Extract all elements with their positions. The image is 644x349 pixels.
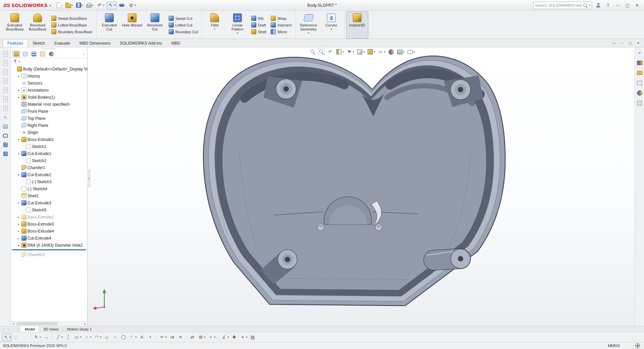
tab-mbd[interactable]: MBD: [167, 39, 185, 47]
trim-entities-button[interactable]: ✂▾: [158, 333, 168, 341]
undo-button[interactable]: ↶▾: [95, 1, 106, 9]
panel-splitter[interactable]: [11, 47, 87, 50]
dynamic-annotation-views-button[interactable]: ⚑▾: [345, 48, 355, 55]
layers-pane-button[interactable]: [2, 123, 9, 130]
tree-expand-arrow[interactable]: ▸: [17, 89, 20, 92]
tree-item-boss-extrude4[interactable]: ▸Boss-Extrude4: [11, 228, 87, 235]
reference-geometry-button[interactable]: Reference Geometry▾: [298, 11, 320, 39]
tree-item-annotations[interactable]: ▸AAnnotations: [11, 87, 87, 94]
point-button[interactable]: •: [146, 333, 154, 341]
open-button[interactable]: ▾: [64, 1, 74, 9]
tree-expand-arrow[interactable]: ▸: [17, 237, 20, 240]
document-sheet-button[interactable]: [2, 60, 9, 66]
quick-snaps-button[interactable]: ⌖▾: [238, 333, 248, 341]
view-orientation-button[interactable]: ▾: [356, 48, 365, 55]
file-explorer-button[interactable]: [636, 69, 643, 76]
configurationmanager-tab-button[interactable]: [30, 51, 38, 57]
document-sheet-button[interactable]: [2, 105, 9, 112]
draft-button[interactable]: Draft: [250, 22, 267, 28]
window-restore-button[interactable]: ▢: [627, 40, 634, 46]
tree-item-boss-extrude3[interactable]: ▸Boss-Extrude3: [11, 220, 87, 228]
display-pane-button[interactable]: [2, 132, 9, 139]
window-close-button[interactable]: ✕: [635, 40, 642, 46]
zoom-area-button[interactable]: [318, 48, 325, 55]
tree-item-shell1[interactable]: Shell1: [11, 192, 87, 199]
swept-cut-button[interactable]: Swept Cut: [167, 15, 199, 21]
tree-item-cut-extrude4[interactable]: ▸Cut-Extrude4: [11, 235, 87, 242]
user-button[interactable]: [593, 1, 603, 10]
scroll-last-button[interactable]: »: [16, 326, 21, 332]
window-minimize-button[interactable]: ─: [619, 40, 626, 46]
scroll-left-button[interactable]: ◂: [11, 321, 16, 326]
tree-expand-arrow[interactable]: ▾: [17, 138, 20, 141]
tree-item-top-plane[interactable]: Top Plane: [11, 115, 87, 122]
design-library-button[interactable]: [636, 59, 643, 66]
grid-pane-button[interactable]: [2, 150, 9, 157]
linear-pattern-button[interactable]: Linear Pattern▾: [226, 11, 249, 39]
corner-rectangle-button[interactable]: ▭▾: [72, 333, 82, 341]
tree-expand-arrow[interactable]: ▾: [17, 201, 20, 205]
tree-item-history[interactable]: ▸◔History: [11, 72, 87, 80]
tree-item-chamfer2[interactable]: Chamfer2: [11, 251, 87, 258]
previous-view-button[interactable]: ↶: [326, 48, 334, 55]
tree-expand-arrow[interactable]: ▾: [17, 152, 20, 155]
task-pane-collapse-button[interactable]: «: [636, 49, 643, 56]
custom-properties-button[interactable]: [636, 100, 643, 106]
tree-expand-arrow[interactable]: ▸: [17, 244, 20, 247]
tree-expand-arrow[interactable]: ▸: [17, 96, 20, 99]
line-button[interactable]: ╱▾: [54, 333, 64, 341]
tree-item-origin[interactable]: +Origin: [11, 129, 87, 136]
options-gear-button[interactable]: ⚙▾: [127, 1, 137, 9]
select-button[interactable]: ↖▾: [2, 333, 12, 341]
tree-item-body-default-default-display-sta[interactable]: Body (Default<<Default>_Display Sta: [11, 65, 87, 72]
convert-entities-button[interactable]: ⇉: [168, 333, 176, 341]
display-delete-relations-button[interactable]: ∠▾: [220, 333, 230, 341]
tree-item-front-plane[interactable]: Front Plane: [11, 108, 87, 115]
tree-horizontal-scrollbar[interactable]: ◂ ▸: [11, 321, 87, 326]
document-sheet-button[interactable]: [2, 51, 9, 57]
curves-button[interactable]: Curves▾: [320, 11, 342, 39]
expand-pane-button[interactable]: ›: [82, 52, 86, 56]
units-selector[interactable]: MMGS: [608, 344, 620, 348]
centerline-button[interactable]: ┆: [64, 333, 72, 341]
tree-expand-arrow[interactable]: ▸: [17, 215, 20, 219]
hole-wizard-button[interactable]: Hole Wizard: [121, 11, 143, 39]
intersect-button[interactable]: Intersect: [269, 22, 293, 28]
tree-expand-arrow[interactable]: ▾: [17, 173, 20, 177]
smart-dimension-button[interactable]: ↔: [42, 333, 50, 341]
text-button[interactable]: A: [138, 333, 146, 341]
document-sheet-button[interactable]: [2, 96, 9, 103]
circle-button[interactable]: ○▾: [83, 333, 92, 341]
rib-button[interactable]: Rib: [250, 15, 267, 21]
tree-item-solid-bodies-1[interactable]: ▸▣Solid Bodies(1): [11, 94, 87, 101]
save-button[interactable]: ▾: [75, 1, 84, 9]
box-select-button[interactable]: ▢: [12, 333, 20, 341]
restore-button[interactable]: ▢: [623, 1, 632, 10]
scroll-prev-button[interactable]: ‹: [6, 326, 11, 332]
tree-item-cut-extrude3[interactable]: ▾Cut-Extrude3: [11, 199, 87, 206]
ellipse-button[interactable]: ◯: [119, 333, 127, 341]
boss-bottom-right[interactable]: [423, 248, 471, 270]
help-button[interactable]: ?: [603, 1, 613, 10]
panel-collapse-handle[interactable]: ◂: [87, 170, 90, 187]
scrollbar-track[interactable]: [16, 321, 83, 326]
zoom-fit-button[interactable]: [309, 48, 317, 55]
mirror-entities-button[interactable]: ⇄: [188, 333, 196, 341]
document-sheet-button[interactable]: [2, 87, 9, 94]
tree-expand-arrow[interactable]: ▸: [17, 230, 20, 233]
tree-expand-arrow[interactable]: ▸: [17, 222, 20, 226]
scroll-right-button[interactable]: ▸: [83, 321, 87, 326]
window-float-button[interactable]: ▭: [610, 40, 618, 46]
hide-show-items-button[interactable]: ∞▾: [377, 48, 386, 55]
featuremanager-tab-button[interactable]: [12, 51, 20, 57]
tab-features[interactable]: Features: [3, 39, 28, 47]
spline-button[interactable]: ~: [111, 333, 119, 341]
lofted-boss-base-button[interactable]: Lofted Boss/Base: [50, 22, 94, 28]
apply-scene-button[interactable]: ▾: [396, 48, 405, 55]
viewport[interactable]: ↶▾⚑▾▾▾∞▾▾▾: [88, 47, 635, 326]
sketch-fillet-button[interactable]: ◜▾: [128, 333, 138, 341]
filter-funnel-icon[interactable]: [13, 59, 17, 63]
filter-dropdown-icon[interactable]: ▾: [18, 60, 20, 63]
offset-entities-button[interactable]: ≡: [176, 333, 184, 341]
scrollbar-thumb[interactable]: [16, 322, 58, 325]
